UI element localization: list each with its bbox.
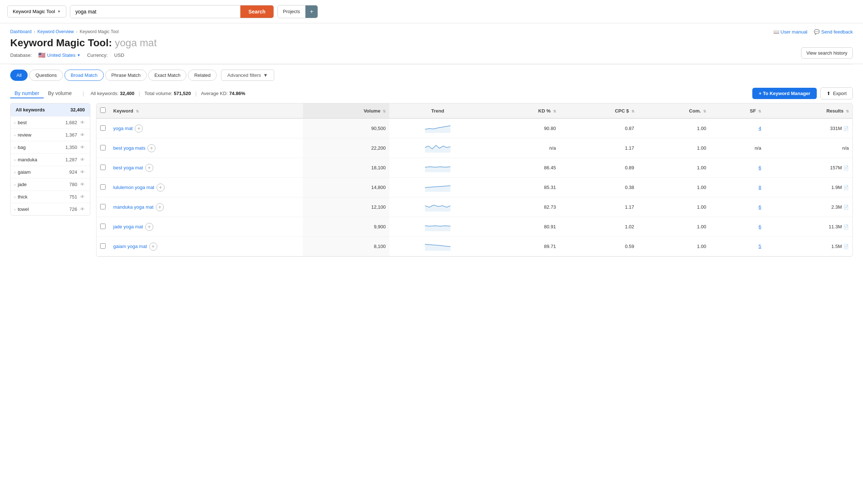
tool-selector-button[interactable]: Keyword Magic Tool ▼ [7,5,66,17]
row-checkbox[interactable] [100,145,106,150]
row-checkbox-cell[interactable] [96,118,110,138]
user-manual-link[interactable]: 📖 User manual [773,29,808,35]
tab-questions[interactable]: Questions [29,70,63,81]
row-sf[interactable]: 5 [710,237,765,256]
sort-by-volume[interactable]: By volume [44,89,76,98]
sidebar-item-count: 1,350 [65,145,77,150]
row-checkbox[interactable] [100,243,106,249]
col-header-kd[interactable]: KD % ⇅ [486,103,560,118]
add-keyword-button[interactable]: + [149,243,157,251]
keyword-link[interactable]: manduka yoga mat [113,204,154,210]
table-header-checkbox[interactable] [96,103,110,118]
add-keyword-button[interactable]: + [145,223,153,231]
eye-icon[interactable]: 👁 [80,157,85,162]
sidebar-item-towel[interactable]: › towel 726 👁 [11,203,90,215]
tab-phrase-match[interactable]: Phrase Match [105,70,147,81]
sidebar-item-label: bag [18,145,26,150]
add-keyword-button[interactable]: + [147,144,155,152]
search-button[interactable]: Search [240,5,273,18]
row-checkbox-cell[interactable] [96,178,110,197]
row-cpc: 1.17 [560,197,638,217]
sf-link[interactable]: 5 [758,244,761,249]
sort-by-number[interactable]: By number [10,89,44,98]
sidebar-item-jade[interactable]: › jade 780 👁 [11,178,90,190]
sidebar-item-thick[interactable]: › thick 751 👁 [11,190,90,203]
col-header-keyword[interactable]: Keyword ⇅ [110,103,303,118]
keyword-link[interactable]: gaiam yoga mat [113,244,147,249]
add-keyword-button[interactable]: + [135,125,143,133]
advanced-filters-button[interactable]: Advanced filters ▼ [221,70,274,81]
row-results: n/a [765,138,852,158]
row-checkbox-cell[interactable] [96,197,110,217]
eye-icon[interactable]: 👁 [80,206,85,212]
export-button[interactable]: ⬆ Export [820,87,853,99]
col-header-sf[interactable]: SF ⇅ [710,103,765,118]
sidebar-item-review[interactable]: › review 1,367 👁 [11,129,90,141]
projects-button[interactable]: Projects + [277,5,318,18]
row-sf[interactable]: 6 [710,217,765,237]
row-checkbox-cell[interactable] [96,237,110,256]
eye-icon[interactable]: 👁 [80,169,85,175]
breadcrumb-dashboard[interactable]: Dashboard [10,29,32,34]
view-history-button[interactable]: View search history [801,47,853,59]
eye-icon[interactable]: 👁 [80,145,85,150]
keyword-link[interactable]: yoga mat [113,126,133,131]
sidebar-item-manduka[interactable]: › manduka 1,287 👁 [11,153,90,166]
eye-icon[interactable]: 👁 [80,182,85,187]
tab-broad-match[interactable]: Broad Match [64,70,104,81]
projects-label: Projects [278,6,305,17]
eye-icon[interactable]: 👁 [80,132,85,138]
table-row: jade yoga mat + 9,900 80.91 1.02 1.00 6 … [96,217,852,237]
keyword-link[interactable]: best yoga mats [113,145,145,151]
row-sf[interactable]: 8 [710,178,765,197]
sf-link[interactable]: 6 [758,204,761,210]
to-keyword-manager-button[interactable]: + To Keyword Manager [752,88,817,99]
row-kd: 85.31 [486,178,560,197]
row-keyword-cell: jade yoga mat + [110,217,303,237]
eye-icon[interactable]: 👁 [80,120,85,125]
search-input[interactable] [70,5,240,18]
add-keyword-button[interactable]: + [157,184,165,192]
col-header-results[interactable]: Results ⇅ [765,103,852,118]
row-checkbox-cell[interactable] [96,138,110,158]
database-selector[interactable]: 🇺🇸 United States ▼ [38,52,80,59]
select-all-checkbox[interactable] [100,107,106,113]
row-checkbox[interactable] [100,204,106,209]
keyword-link[interactable]: lululemon yoga mat [113,185,154,190]
sf-link[interactable]: 8 [758,185,761,190]
sf-link[interactable]: 4 [758,126,761,131]
row-com: 1.00 [638,138,710,158]
col-header-com[interactable]: Com. ⇅ [638,103,710,118]
sidebar-item-best[interactable]: › best 1,682 👁 [11,116,90,129]
sidebar-item-gaiam[interactable]: › gaiam 924 👁 [11,166,90,178]
row-checkbox[interactable] [100,165,106,170]
tab-related[interactable]: Related [188,70,217,81]
doc-icon: 📄 [843,205,849,210]
row-checkbox[interactable] [100,125,106,131]
tab-all[interactable]: All [10,70,28,81]
breadcrumb-keyword-overview[interactable]: Keyword Overview [38,29,74,34]
add-keyword-button[interactable]: + [145,164,153,172]
col-header-cpc[interactable]: CPC $ ⇅ [560,103,638,118]
sf-link[interactable]: 6 [758,224,761,229]
add-keyword-button[interactable]: + [156,203,164,211]
doc-icon: 📄 [843,224,849,229]
eye-icon[interactable]: 👁 [80,194,85,200]
col-header-volume[interactable]: Volume ⇅ [303,103,390,118]
tab-exact-match[interactable]: Exact Match [148,70,187,81]
row-checkbox[interactable] [100,224,106,229]
sf-link[interactable]: 6 [758,165,761,170]
row-sf[interactable]: 6 [710,197,765,217]
keyword-link[interactable]: jade yoga mat [113,224,143,229]
row-sf[interactable]: 4 [710,118,765,138]
row-checkbox-cell[interactable] [96,217,110,237]
row-sf[interactable]: 6 [710,158,765,178]
row-checkbox[interactable] [100,184,106,190]
send-feedback-link[interactable]: 💬 Send feedback [814,29,853,35]
top-bar: Keyword Magic Tool ▼ Search Projects + [0,0,863,23]
total-volume-label: Total volume: [145,91,173,96]
keyword-link[interactable]: best yoga mat [113,165,143,170]
row-checkbox-cell[interactable] [96,158,110,178]
sidebar-item-bag[interactable]: › bag 1,350 👁 [11,141,90,153]
row-trend [389,197,486,217]
